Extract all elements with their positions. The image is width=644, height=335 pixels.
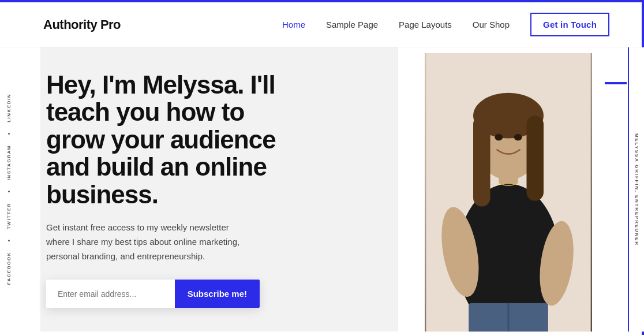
- svg-point-11: [495, 134, 503, 141]
- person-photo: [425, 53, 592, 332]
- social-facebook[interactable]: Facebook: [6, 252, 12, 285]
- caption-sidebar: Melyssa Griffin, Entrepreuner: [628, 47, 644, 332]
- social-instagram[interactable]: Instagram: [6, 145, 12, 180]
- main-nav: Home Sample Page Page Layouts Our Shop G…: [282, 13, 609, 36]
- get-in-touch-button[interactable]: Get in Touch: [530, 13, 609, 36]
- accent-line: [605, 82, 627, 84]
- social-sidebar: LinkedIn Instagram Twitter Facebook: [0, 47, 17, 332]
- hero-subtext: Get instant free access to my weekly new…: [46, 221, 254, 263]
- hero-section: Hey, I'm Melyssa. I'll teach you how to …: [17, 47, 644, 332]
- nav-page-layouts[interactable]: Page Layouts: [399, 20, 452, 29]
- email-input[interactable]: [46, 280, 175, 308]
- site-logo[interactable]: Authority Pro: [43, 17, 121, 32]
- social-twitter[interactable]: Twitter: [6, 203, 12, 229]
- social-dot-3: [8, 240, 10, 241]
- nav-home[interactable]: Home: [282, 20, 305, 29]
- email-form: Subscribe me!: [46, 280, 260, 308]
- hero-text-block: Hey, I'm Melyssa. I'll teach you how to …: [17, 47, 329, 332]
- svg-rect-9: [473, 116, 491, 206]
- svg-rect-10: [526, 116, 544, 201]
- hero-image-area: Melyssa Griffin, Entrepreuner: [430, 47, 644, 332]
- nav-sample-page[interactable]: Sample Page: [326, 20, 378, 29]
- hero-headline: Hey, I'm Melyssa. I'll teach you how to …: [46, 71, 306, 209]
- social-dot-1: [8, 133, 10, 135]
- caption-text: Melyssa Griffin, Entrepreuner: [634, 133, 639, 246]
- main-content: LinkedIn Instagram Twitter Facebook Hey,…: [0, 47, 644, 332]
- social-dot-2: [8, 191, 10, 192]
- svg-point-12: [514, 134, 522, 141]
- subscribe-button[interactable]: Subscribe me!: [175, 280, 260, 308]
- nav-our-shop[interactable]: Our Shop: [473, 20, 510, 29]
- header: Authority Pro Home Sample Page Page Layo…: [0, 2, 644, 47]
- social-linkedin[interactable]: LinkedIn: [6, 94, 12, 122]
